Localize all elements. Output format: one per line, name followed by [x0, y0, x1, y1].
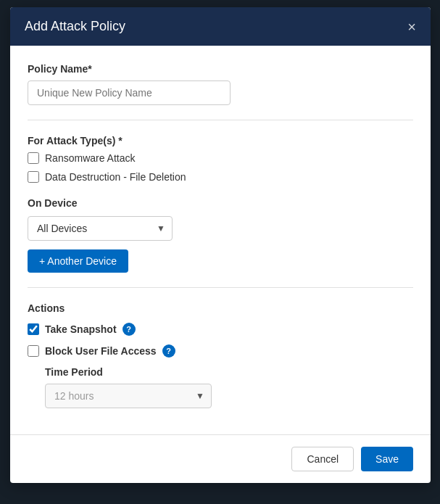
modal-footer: Cancel Save [10, 434, 431, 483]
data-destruction-label: Data Destruction - File Deletion [45, 171, 186, 183]
add-another-device-button[interactable]: + Another Device [28, 249, 128, 273]
time-select-wrapper: 1 hour 2 hours 4 hours 8 hours 12 hours … [45, 384, 212, 408]
block-user-file-access-checkbox[interactable] [28, 345, 39, 357]
policy-name-input[interactable] [28, 80, 231, 105]
policy-name-section: Policy Name* [28, 63, 413, 105]
modal-title: Add Attack Policy [25, 19, 125, 34]
close-button[interactable]: × [407, 20, 416, 34]
block-user-file-access-help-icon[interactable]: ? [162, 344, 175, 358]
modal-header: Add Attack Policy × [10, 7, 431, 46]
device-select[interactable]: All Devices This Device Selected Devices [28, 216, 173, 241]
attack-types-checkbox-group: Ransomware Attack Data Destruction - Fil… [28, 152, 413, 183]
on-device-label: On Device [28, 197, 413, 209]
ransomware-checkbox[interactable] [28, 152, 39, 164]
device-select-wrapper: All Devices This Device Selected Devices… [28, 216, 173, 241]
take-snapshot-label: Take Snapshot [45, 323, 117, 335]
modal-overlay: Add Attack Policy × Policy Name* For Att… [0, 0, 440, 504]
time-period-select[interactable]: 1 hour 2 hours 4 hours 8 hours 12 hours … [45, 384, 212, 408]
take-snapshot-action-item: Take Snapshot ? [28, 323, 413, 336]
time-period-label: Time Period [45, 366, 413, 378]
ransomware-label: Ransomware Attack [45, 152, 136, 164]
take-snapshot-help-icon[interactable]: ? [123, 323, 136, 336]
policy-name-label: Policy Name* [28, 63, 413, 75]
data-destruction-checkbox-item[interactable]: Data Destruction - File Deletion [28, 171, 413, 183]
time-period-section: Time Period 1 hour 2 hours 4 hours 8 hou… [45, 366, 413, 408]
attack-types-section: For Attack Type(s) * Ransomware Attack D… [28, 135, 413, 183]
attack-types-label: For Attack Type(s) * [28, 135, 413, 146]
block-user-file-access-action-item: Block User File Access ? [28, 344, 413, 358]
modal-body: Policy Name* For Attack Type(s) * Ransom… [10, 46, 431, 434]
actions-section: Actions Take Snapshot ? Block User File … [28, 302, 413, 408]
take-snapshot-checkbox[interactable] [28, 323, 39, 335]
divider-2 [28, 287, 413, 288]
cancel-button[interactable]: Cancel [291, 447, 354, 471]
add-attack-policy-modal: Add Attack Policy × Policy Name* For Att… [10, 7, 431, 483]
divider-1 [28, 120, 413, 120]
data-destruction-checkbox[interactable] [28, 171, 39, 183]
on-device-section: On Device All Devices This Device Select… [28, 197, 413, 273]
ransomware-checkbox-item[interactable]: Ransomware Attack [28, 152, 413, 164]
actions-label: Actions [28, 302, 413, 314]
save-button[interactable]: Save [361, 447, 413, 471]
block-user-file-access-label: Block User File Access [45, 345, 157, 357]
